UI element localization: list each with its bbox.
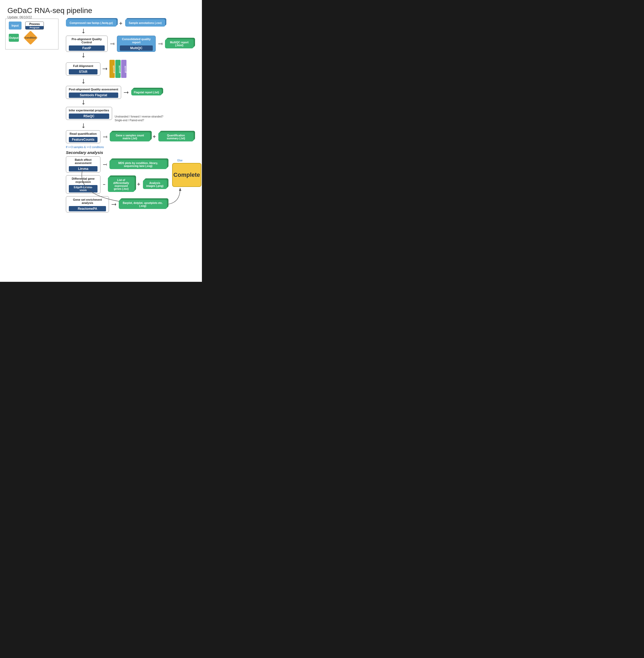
svg-marker-25 xyxy=(115,203,116,206)
step1-row: Pre-alignment Quality Control FastP Cons… xyxy=(66,36,193,52)
gsea-output-stack: Barplot, dotplot, upsetplots etc. (.svg) xyxy=(119,200,167,209)
samtools-title: Post-alignment Quality assessment xyxy=(69,88,118,92)
rseqc-title: Infer experimental properties xyxy=(69,109,109,113)
featurecounts-process-box: Read quantification FeatureCounts xyxy=(66,130,100,143)
plus-sign-3: + xyxy=(137,181,140,188)
step5-row: Read quantification FeatureCounts Gene x… xyxy=(66,130,193,143)
featurecounts-title: Read quantification xyxy=(70,132,97,136)
legend-output-label: Output xyxy=(9,36,19,39)
plus-sign-2: + xyxy=(153,134,156,140)
fastp-title: Pre-alignment Quality Control xyxy=(69,38,105,45)
reactome-program: ReactomePA xyxy=(69,206,106,211)
multiqc-program: MultiQC xyxy=(120,45,153,51)
legend-input-box: Input xyxy=(9,22,22,29)
edger-title: Differential gene expression xyxy=(69,177,97,184)
secondary-steps: Batch effect assessment Limma MDS plots … xyxy=(66,156,167,213)
arrow-1 xyxy=(82,29,193,35)
svg-marker-15 xyxy=(82,104,85,105)
gsea-output-box: Barplot, dotplot, upsetplots etc. (.svg) xyxy=(119,200,167,209)
reactome-row: Gene set enrichment analysis ReactomePA … xyxy=(66,196,167,213)
edger-row: Differential gene expression EdgeR-Limma… xyxy=(66,175,167,194)
svg-marker-1 xyxy=(82,32,85,34)
legend-output-row: Output Condition xyxy=(9,31,55,44)
count-matrix-label: Gene x samples count matrix (.txt) xyxy=(116,134,144,140)
mds-plots-label: MDS plots by condition, library, sequenc… xyxy=(118,162,158,168)
star-process-box: Full Alignment STAR xyxy=(66,63,100,75)
svg-marker-21 xyxy=(107,163,107,166)
plus-sign-1: + xyxy=(119,20,122,27)
arrow-right-7 xyxy=(103,183,105,186)
fastqs-input-stack: Compressed raw fastqs (.fastq.gz) xyxy=(66,19,117,27)
multiqc-process-box: Consolidated quality report MultiQC xyxy=(117,36,156,52)
mds-plots-stack: MDS plots by condition, library, sequenc… xyxy=(110,160,167,169)
secondary-row: Batch effect assessment Limma MDS plots … xyxy=(66,156,193,213)
quant-summary-box: Quantification summary (.txt) xyxy=(158,132,193,141)
legend-process-label: Process xyxy=(29,22,40,26)
genome-bars: grcm39 grcm38 grch38 xyxy=(110,60,127,78)
rseqc-program: RSeQC xyxy=(69,113,109,119)
genome-bar-grcm39: grcm39 xyxy=(110,60,115,78)
arrow-right-2 xyxy=(158,42,163,45)
flagstat-report-box: Flagstat report (.txt) xyxy=(131,89,162,95)
count-matrix-stack: Gene x samples count matrix (.txt) xyxy=(110,132,150,141)
annotations-label: Sample annotations (.csv) xyxy=(129,22,162,24)
rseqc-info-text: Unstranded / forward / reverse-stranded?… xyxy=(115,115,163,122)
condition-text: If >=3 samples & >=2 conditions xyxy=(66,145,193,149)
arrow-2 xyxy=(82,53,193,59)
svg-marker-5 xyxy=(162,43,163,45)
quant-summary-stack: Quantification summary (.txt) xyxy=(158,132,193,141)
legend-input-row: Input Process Program xyxy=(9,22,55,29)
edger-process-box: Differential gene expression EdgeR-Limma… xyxy=(66,175,100,194)
arrow-4 xyxy=(82,100,193,106)
mds-plots-box: MDS plots by condition, library, sequenc… xyxy=(110,160,167,169)
multiqc-report-label: MultiQC report (.html) xyxy=(170,41,189,47)
deg-list-label: List of differentially expressed genes (… xyxy=(113,179,129,190)
fastqs-label: Compressed raw fastqs (.fastq.gz) xyxy=(70,22,113,24)
arrow-right-6 xyxy=(103,163,107,166)
arrow-right-4 xyxy=(124,91,129,94)
deg-list-stack: List of differentially expressed genes (… xyxy=(108,177,134,192)
flagstat-report-stack: Flagstat report (.txt) xyxy=(131,89,162,95)
genome-bar-grch38: grch38 xyxy=(121,60,127,78)
svg-marker-17 xyxy=(82,127,85,128)
star-program: STAR xyxy=(69,69,97,74)
annotations-input-box: Sample annotations (.csv) xyxy=(125,19,165,27)
legend-output-box: Output xyxy=(9,34,19,42)
legend-program-label: Program xyxy=(25,26,44,29)
arrow-right-8 xyxy=(112,203,116,206)
fastp-program: FastP xyxy=(69,45,105,51)
legend-box: Input Process Program Output Condition xyxy=(5,19,59,49)
legend-input-label: Input xyxy=(12,24,19,27)
svg-marker-9 xyxy=(106,68,107,70)
multiqc-report-stack: MultiQC report (.html) xyxy=(165,39,193,48)
rseqc-process-box: Infer experimental properties RSeQC xyxy=(66,107,112,120)
star-title: Full Alignment xyxy=(73,64,93,69)
svg-marker-19 xyxy=(107,136,107,138)
flagstat-report-label: Flagstat report (.txt) xyxy=(134,91,159,94)
reactome-title: Gene set enrichment analysis xyxy=(69,198,106,205)
page-title: GeDaC RNA-seq pipeline xyxy=(7,6,194,15)
multiqc-report-box: MultiQC report (.html) xyxy=(165,39,193,48)
arrow-3 xyxy=(82,79,193,85)
step2-row: Full Alignment STAR grcm39 grcm38 grch38 xyxy=(66,60,193,78)
edger-program: EdgeR-Limma-voom xyxy=(69,185,97,193)
samtools-program: Samtools Flagstat xyxy=(69,92,118,98)
count-matrix-box: Gene x samples count matrix (.txt) xyxy=(110,132,150,141)
fastqs-input-box: Compressed raw fastqs (.fastq.gz) xyxy=(66,19,117,27)
gsea-output-label: Barplot, dotplot, upsetplots etc. (.svg) xyxy=(123,201,163,207)
analysis-images-stack: Analysis images (.png) xyxy=(143,180,167,189)
arrow-right-3 xyxy=(102,67,107,70)
pipeline-area: Compressed raw fastqs (.fastq.gz) + Samp… xyxy=(66,19,193,213)
svg-marker-7 xyxy=(82,57,85,58)
legend-process-box: Process Program xyxy=(25,22,44,29)
annotations-input-stack: Sample annotations (.csv) xyxy=(125,19,165,27)
genome-bar-grcm38: grcm38 xyxy=(115,60,121,78)
multiqc-title: Consolidated quality report xyxy=(120,38,153,45)
arrow-right-5 xyxy=(103,135,107,138)
rseqc-info: Unstranded / forward / reverse-stranded?… xyxy=(115,115,163,122)
page: GeDaC RNA-seq pipeline Update: 06/10/22 … xyxy=(0,0,202,282)
analysis-images-box: Analysis images (.png) xyxy=(143,180,167,189)
condition-label: If >=3 samples & >=2 conditions xyxy=(66,146,104,149)
analysis-images-label: Analysis images (.png) xyxy=(146,181,163,188)
deg-list-box: List of differentially expressed genes (… xyxy=(108,177,134,192)
